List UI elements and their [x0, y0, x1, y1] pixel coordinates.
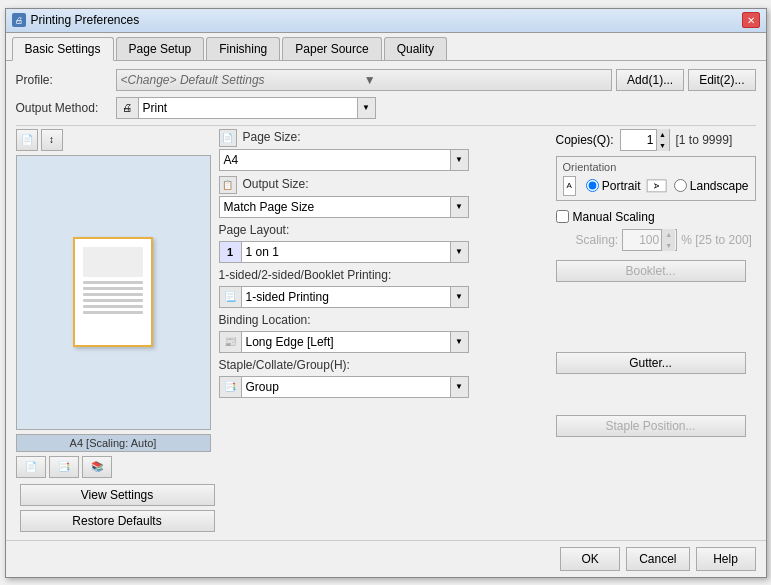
preview-nav-btn[interactable]: ↕ — [41, 129, 63, 151]
bottom-bar: OK Cancel Help — [6, 540, 766, 577]
ok-button[interactable]: OK — [560, 547, 620, 571]
output-size-arrow: ▼ — [450, 197, 468, 217]
sided-printing-value: 1-sided Printing — [242, 290, 450, 304]
output-method-value: Print — [139, 101, 357, 115]
page-line — [83, 311, 143, 314]
staple-label: Staple/Collate/Group(H): — [219, 358, 548, 372]
tab-basic-settings[interactable]: Basic Settings — [12, 37, 114, 61]
page-layout-icon: 1 — [220, 242, 242, 262]
small-icons-row: 📄 📑 📚 — [16, 456, 211, 478]
icon-btn-2[interactable]: 📑 — [49, 456, 79, 478]
landscape-option[interactable]: Landscape — [674, 179, 749, 193]
binding-location-group: Binding Location: 📰 Long Edge [Left] ▼ — [219, 313, 548, 353]
portrait-radio[interactable] — [586, 179, 599, 192]
scaling-up: ▲ — [661, 229, 675, 240]
main-area: 📄 ↕ — [16, 129, 756, 532]
page-layout-dropdown[interactable]: 1 1 on 1 ▼ — [219, 241, 469, 263]
tab-paper-source[interactable]: Paper Source — [282, 37, 381, 60]
binding-arrow: ▼ — [450, 332, 468, 352]
portrait-label: Portrait — [602, 179, 641, 193]
staple-icon: 📑 — [220, 377, 242, 397]
orientation-group: Orientation A Portrait A Landscape — [556, 156, 756, 201]
preview-front-btn[interactable]: 📄 — [16, 129, 38, 151]
binding-location-dropdown[interactable]: 📰 Long Edge [Left] ▼ — [219, 331, 469, 353]
copies-up[interactable]: ▲ — [656, 129, 669, 140]
tab-quality[interactable]: Quality — [384, 37, 447, 60]
copies-range: [1 to 9999] — [676, 133, 733, 147]
page-layout-label: Page Layout: — [219, 223, 548, 237]
sided-printing-group: 1-sided/2-sided/Booklet Printing: 📃 1-si… — [219, 268, 548, 308]
scaling-label: Scaling: — [576, 233, 619, 247]
output-size-label: Output Size: — [243, 177, 309, 191]
sided-arrow: ▼ — [450, 287, 468, 307]
window-title: Printing Preferences — [31, 13, 742, 27]
staple-position-button[interactable]: Staple Position... — [556, 415, 746, 437]
copies-row: Copies(Q): ▲ ▼ [1 to 9999] — [556, 129, 756, 151]
icon-btn-1[interactable]: 📄 — [16, 456, 46, 478]
dropdown-arrow: ▼ — [357, 98, 375, 118]
orientation-options: A Portrait A Landscape — [563, 176, 749, 196]
edit-button[interactable]: Edit(2)... — [688, 69, 755, 91]
profile-dropdown[interactable]: <Change> Default Settings ▼ — [116, 69, 613, 91]
gutter-button[interactable]: Gutter... — [556, 352, 746, 374]
binding-location-label: Binding Location: — [219, 313, 548, 327]
booklet-button[interactable]: Booklet... — [556, 260, 746, 282]
page-size-group: 📄 Page Size: A4 ▼ — [219, 129, 548, 171]
scaling-field — [623, 233, 661, 247]
copies-input[interactable]: ▲ ▼ — [620, 129, 670, 151]
page-preview — [73, 237, 153, 347]
sided-printing-label: 1-sided/2-sided/Booklet Printing: — [219, 268, 548, 282]
binding-icon: 📰 — [220, 332, 242, 352]
window-icon: 🖨 — [12, 13, 26, 27]
scaling-down: ▼ — [661, 240, 675, 251]
page-layout-arrow: ▼ — [450, 242, 468, 262]
staple-group: Staple/Collate/Group(H): 📑 Group ▼ — [219, 358, 548, 398]
sided-printing-dropdown[interactable]: 📃 1-sided Printing ▼ — [219, 286, 469, 308]
portrait-option[interactable]: Portrait — [586, 179, 641, 193]
orientation-title: Orientation — [563, 161, 749, 173]
manual-scaling-checkbox[interactable] — [556, 210, 569, 223]
staple-position-wrapper: Staple Position... — [556, 415, 756, 437]
copies-label: Copies(Q): — [556, 133, 614, 147]
page-line — [83, 287, 143, 290]
portrait-icon: A — [563, 176, 576, 196]
printer-icon: 🖨 — [117, 98, 139, 118]
landscape-radio[interactable] — [674, 179, 687, 192]
page-size-dropdown[interactable]: A4 ▼ — [219, 149, 469, 171]
restore-defaults-button[interactable]: Restore Defaults — [20, 510, 215, 532]
staple-dropdown[interactable]: 📑 Group ▼ — [219, 376, 469, 398]
output-size-value: Match Page Size — [220, 200, 450, 214]
scaling-row: Scaling: ▲ ▼ % [25 to 200] — [556, 229, 756, 251]
tab-finishing[interactable]: Finishing — [206, 37, 280, 60]
scaling-input[interactable]: ▲ ▼ — [622, 229, 677, 251]
right-panel: Copies(Q): ▲ ▼ [1 to 9999] Orientation A — [556, 129, 756, 532]
manual-scaling-text: Manual Scaling — [573, 210, 655, 224]
manual-scaling-row: Manual Scaling — [556, 210, 756, 224]
copies-spinners: ▲ ▼ — [656, 129, 669, 151]
scaling-spinners: ▲ ▼ — [661, 229, 675, 251]
close-button[interactable]: ✕ — [742, 12, 760, 28]
view-settings-button[interactable]: View Settings — [20, 484, 215, 506]
copies-down[interactable]: ▼ — [656, 140, 669, 151]
binding-location-value: Long Edge [Left] — [242, 335, 450, 349]
icon-btn-3[interactable]: 📚 — [82, 456, 112, 478]
scaling-range: % [25 to 200] — [681, 233, 752, 247]
settings-panel: 📄 Page Size: A4 ▼ 📋 Output Size: — [219, 129, 548, 532]
tab-page-setup[interactable]: Page Setup — [116, 37, 205, 60]
copies-field[interactable] — [621, 133, 656, 147]
help-button[interactable]: Help — [696, 547, 756, 571]
page-size-label: Page Size: — [243, 130, 301, 144]
output-size-dropdown[interactable]: Match Page Size ▼ — [219, 196, 469, 218]
page-line — [83, 299, 143, 302]
title-bar: 🖨 Printing Preferences ✕ — [6, 9, 766, 33]
output-method-dropdown[interactable]: 🖨 Print ▼ — [116, 97, 376, 119]
page-layout-group: Page Layout: 1 1 on 1 ▼ — [219, 223, 548, 263]
profile-value: <Change> Default Settings — [121, 73, 364, 87]
staple-arrow: ▼ — [450, 377, 468, 397]
divider — [16, 125, 756, 126]
manual-scaling-label[interactable]: Manual Scaling — [556, 210, 655, 224]
cancel-button[interactable]: Cancel — [626, 547, 689, 571]
page-header-area — [83, 247, 143, 277]
add-button[interactable]: Add(1)... — [616, 69, 684, 91]
page-line — [83, 305, 143, 308]
